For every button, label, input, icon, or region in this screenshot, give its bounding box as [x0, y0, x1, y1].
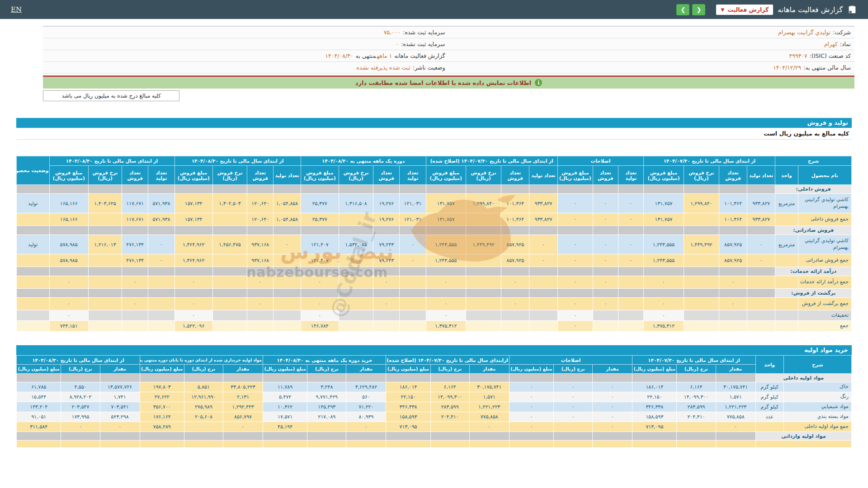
value-cell: ۲۷۵,۹۸۹	[184, 402, 223, 412]
section-label: درآمد ارائه خدمات:	[775, 267, 852, 276]
cell	[274, 267, 301, 276]
column-header: نرخ (ریال)	[677, 365, 716, 374]
value-cell	[618, 276, 644, 289]
info-value: ۱۴۰۴/۰۸/۳۰	[325, 52, 353, 59]
column-header: نرخ (ریال)	[61, 365, 100, 374]
value-cell: ۰	[557, 213, 593, 226]
language-toggle-en[interactable]: EN	[11, 5, 22, 14]
value-cell: ۰	[593, 194, 618, 213]
column-header: واحد	[775, 166, 798, 185]
value-cell	[400, 276, 426, 289]
value-cell: ۷۱۳,۰۹۵	[386, 422, 430, 432]
value-cell	[593, 321, 618, 332]
cell	[469, 374, 509, 382]
column-header: مبلغ (میلیون ریال)	[17, 365, 61, 374]
value-cell	[88, 321, 122, 332]
cell	[677, 374, 716, 382]
value-cell: ۱,۲۲۱,۲۲۳	[469, 402, 509, 412]
unit-cell	[775, 276, 798, 289]
cell	[386, 374, 430, 382]
amounts-unit-subtitle-text: کلیه مبالغ به میلیون ریال است	[761, 130, 852, 137]
value-cell: ۰	[593, 402, 632, 412]
cell	[175, 267, 212, 276]
cell	[61, 432, 100, 441]
previous-report-button[interactable]: ❮	[676, 4, 689, 15]
value-cell: ۱۵۸,۵۹۳	[386, 412, 430, 422]
info-cell-left: سرمایه ثبت شده:۷۵,۰۰۰	[43, 27, 449, 38]
chevron-down-icon: ▼	[721, 7, 724, 12]
cell	[339, 185, 373, 194]
cell	[17, 185, 50, 194]
column-header: نرخ (ریال)	[430, 365, 469, 374]
column-header: تعداد فروش	[247, 166, 274, 185]
column-header: تعداد تولید	[529, 166, 557, 185]
value-cell: ۰	[644, 276, 684, 289]
info-value: ثبت شده پذیرفته نشده	[356, 64, 410, 71]
unit-cell	[775, 298, 798, 310]
value-cell: ۹۳۳,۸۲۷	[529, 194, 557, 213]
column-header: مبلغ (میلیون ریال)	[386, 365, 430, 374]
value-cell: ۰	[175, 298, 212, 310]
unit-cell	[755, 422, 783, 432]
value-cell: ۰	[509, 382, 553, 392]
column-header: تعداد فروش	[719, 166, 747, 185]
value-cell: ۰	[501, 276, 529, 289]
value-cell: ۱,۲۲۱,۲۲۳	[716, 402, 755, 412]
value-cell: ۰	[274, 235, 301, 254]
value-cell: ۰	[554, 402, 593, 412]
value-cell: ۱۳,۵۷۷,۷۲۶	[100, 382, 140, 392]
value-cell: ۰	[557, 194, 593, 213]
info-value: ۱۴۰۴/۱۲/۲۹	[773, 64, 801, 71]
cell	[593, 374, 632, 382]
section-production-sales-bar: تولید و فروش	[16, 118, 852, 128]
table-row: فروش صادراتی:	[17, 226, 852, 235]
value-cell	[684, 254, 719, 267]
value-cell: ۰	[509, 422, 553, 432]
report-pager: ❮ ❯	[676, 4, 705, 15]
cell	[466, 185, 501, 194]
cell	[430, 374, 469, 382]
value-cell: ۲۸۳,۵۹۹	[430, 402, 469, 412]
value-cell	[373, 310, 400, 321]
value-cell: ۱۱۷,۶۷۱	[122, 194, 148, 213]
value-cell: ۱,۴۴۹,۴۹۲	[684, 235, 719, 254]
value-cell: ۱,۳۷۵,۳۱۲	[426, 321, 466, 332]
row-label: جمع فروش داخلی	[798, 213, 851, 226]
status-cell	[17, 276, 50, 289]
value-cell: ۰	[618, 235, 644, 254]
column-header: تعداد فروش	[122, 166, 148, 185]
cell	[593, 267, 618, 276]
report-type-dropdown[interactable]: گزارش فعالیت ▼	[716, 5, 773, 15]
value-cell: ۱۹۷,۸۰۳	[140, 382, 184, 392]
value-cell: ۱۳۱,۷۵۷	[644, 213, 684, 226]
value-cell: ۲۵,۳۷۷	[301, 213, 339, 226]
cell	[122, 185, 148, 194]
next-report-button[interactable]: ❯	[692, 4, 705, 15]
cell	[223, 432, 263, 441]
cell	[719, 226, 747, 235]
cell	[632, 374, 677, 382]
info-label: سرمایه ثبت نشده:	[401, 41, 445, 47]
info-value: ۱ ماهه	[377, 52, 392, 59]
value-cell	[307, 422, 346, 432]
value-cell: ۰	[223, 422, 263, 432]
cell	[49, 185, 88, 194]
cell	[644, 289, 684, 298]
value-cell: ۹۳۷,۱۶۸	[247, 254, 274, 267]
value-cell: ۱۰۱,۳۶۴	[719, 213, 747, 226]
cell	[618, 267, 644, 276]
value-cell	[719, 321, 747, 332]
cell	[263, 441, 307, 448]
table-row: خاککیلو گرم۳۰,۱۷۵,۷۴۱۶,۱۶۴۱۸۶,۰۱۴۰۰۰۳۰,۱…	[17, 382, 852, 392]
value-cell: ۰	[61, 422, 100, 432]
value-cell: ۱,۰۵۴,۸۵۸	[274, 213, 301, 226]
section-label: مواد اولیه وارداتی	[755, 432, 851, 441]
table-row: مواد اولیه داخلی	[17, 374, 852, 382]
value-cell	[501, 310, 529, 321]
column-group-header: از ابتدای سال مالی تا تاریخ ۱۴۰۴/۰۸/۳۰	[175, 156, 301, 166]
value-cell: ۱۸۶,۰۱۴	[632, 382, 677, 392]
value-cell: ۰	[247, 298, 274, 310]
value-cell: ۰	[557, 254, 593, 267]
value-cell: ۰	[175, 310, 212, 321]
info-cell-right: نماد:کهرام	[449, 38, 855, 50]
